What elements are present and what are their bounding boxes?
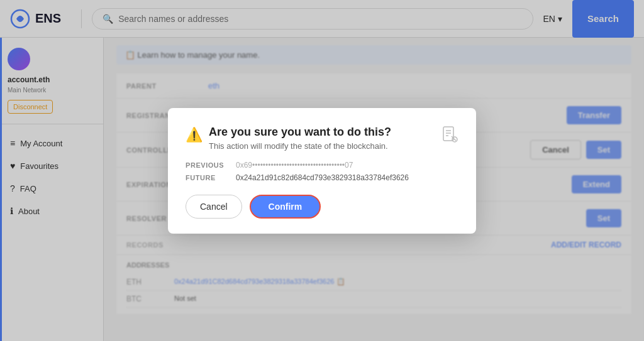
future-label: FUTURE — [186, 174, 228, 181]
modal-title-block: Are you sure you want to do this? This a… — [209, 126, 391, 151]
modal-subtitle: This action will modify the state of the… — [209, 141, 391, 151]
modal-header: ⚠️ Are you sure you want to do this? Thi… — [186, 126, 458, 151]
confirmation-modal: ⚠️ Are you sure you want to do this? Thi… — [168, 108, 476, 234]
future-value: 0x24a21d91c82d684cd793e3829318a33784ef36… — [236, 173, 409, 182]
modal-overlay: ⚠️ Are you sure you want to do this? Thi… — [0, 0, 644, 341]
modal-fields: PREVIOUS 0x69•••••••••••••••••••••••••••… — [186, 161, 458, 182]
modal-title: Are you sure you want to do this? — [209, 126, 391, 139]
modal-title-area: ⚠️ Are you sure you want to do this? Thi… — [186, 126, 391, 151]
modal-actions: Cancel Confirm — [186, 195, 458, 219]
modal-cancel-button[interactable]: Cancel — [186, 195, 242, 219]
document-icon — [441, 126, 458, 146]
modal-confirm-button[interactable]: Confirm — [250, 195, 321, 219]
previous-value: 0x69•••••••••••••••••••••••••••••••••••0… — [236, 161, 353, 170]
previous-field-row: PREVIOUS 0x69•••••••••••••••••••••••••••… — [186, 161, 458, 170]
warning-icon: ⚠️ — [186, 127, 203, 143]
future-field-row: FUTURE 0x24a21d91c82d684cd793e3829318a33… — [186, 173, 458, 182]
previous-label: PREVIOUS — [186, 161, 228, 169]
